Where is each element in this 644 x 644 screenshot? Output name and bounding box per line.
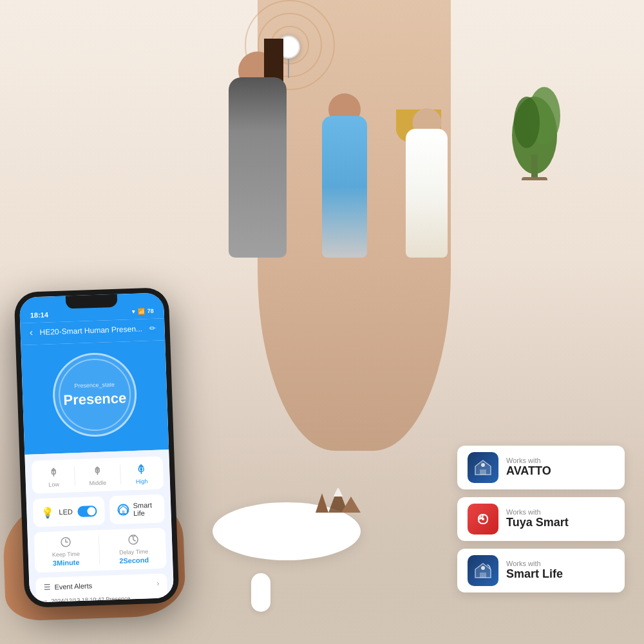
- svg-rect-14: [122, 511, 125, 514]
- presence-ring: Presence_state Presence: [52, 352, 138, 438]
- alert-menu-icon: ☰: [43, 583, 50, 592]
- alert-item-1: 2024/12/07 18:20:52 Presence: [44, 602, 160, 603]
- person-girl: [406, 129, 448, 258]
- avatto-brand: AVATTO: [506, 464, 551, 478]
- svg-rect-7: [531, 155, 538, 180]
- avatto-badge-text: Works with AVATTO: [506, 457, 551, 478]
- table-leg: [251, 573, 270, 612]
- phone-container: 18:14 ▾ 📶 78 ‹ HE20-Smart Human Presen..…: [14, 287, 180, 608]
- time-divider: [99, 535, 100, 564]
- alert-title: Event Alerts: [54, 582, 92, 591]
- alert-dot-0: [44, 600, 47, 602]
- sensitivity-low[interactable]: Low: [46, 465, 61, 488]
- alert-chevron-icon[interactable]: ›: [156, 579, 159, 588]
- sens-divider-2: [120, 464, 121, 484]
- led-icon: 💡: [41, 506, 54, 519]
- svg-point-6: [514, 97, 540, 148]
- svg-marker-3: [334, 487, 343, 497]
- person-mother: [229, 77, 287, 258]
- edit-button[interactable]: ✏: [149, 324, 155, 333]
- presence-state-label: Presence_state: [74, 381, 115, 389]
- phone-screen: 18:14 ▾ 📶 78 ‹ HE20-Smart Human Presen..…: [19, 292, 174, 603]
- tuya-works-with: Works with: [506, 508, 569, 516]
- time-row: Keep Time 3Minute Delay Time 2Second: [34, 527, 167, 573]
- alert-item-0: 2024/12/13 18:10:42 Presence: [44, 593, 160, 603]
- delay-time-icon: [128, 534, 140, 548]
- delay-time-label: Delay Time: [119, 548, 148, 556]
- smartlife-brand: Smart Life: [506, 567, 563, 582]
- tuya-icon-wrap: [468, 504, 498, 535]
- sensitivity-high[interactable]: High: [134, 462, 149, 485]
- delay-time-item[interactable]: Delay Time 2Second: [118, 533, 149, 565]
- svg-point-13: [140, 468, 142, 471]
- status-icons: ▾ 📶 78: [131, 308, 153, 315]
- smart-life-label: Smart Life: [133, 501, 156, 517]
- smart-life-card[interactable]: Smart Life: [109, 494, 165, 524]
- event-alerts: ☰ Event Alerts › 2024/12/13 18:10:42 Pre…: [35, 573, 169, 602]
- alert-text-0: 2024/12/13 18:10:42 Presence: [51, 595, 130, 602]
- led-card: 💡 LED: [33, 497, 106, 527]
- app-content: Low Middle High: [24, 450, 174, 603]
- badge-tuya: Works with Tuya Smart: [457, 497, 625, 541]
- phone-notch: [66, 294, 118, 309]
- badge-avatto: Works with AVATTO: [457, 446, 625, 489]
- delay-time-value: 2Second: [119, 556, 149, 565]
- sens-divider-1: [74, 466, 75, 486]
- keep-time-icon: [59, 536, 71, 550]
- sensitivity-high-label: High: [136, 478, 148, 485]
- person-boy: [322, 116, 367, 258]
- back-button[interactable]: ‹: [29, 327, 33, 338]
- alert-header: ☰ Event Alerts ›: [43, 579, 159, 592]
- phone-time: 18:14: [30, 310, 49, 319]
- presence-section: Presence_state Presence: [21, 340, 169, 455]
- smartlife-badge-text: Works with Smart Life: [506, 560, 563, 582]
- svg-point-11: [97, 469, 99, 471]
- keep-time-value: 3Minute: [53, 558, 80, 567]
- tuya-brand: Tuya Smart: [506, 516, 569, 530]
- alert-title-row: ☰ Event Alerts: [43, 581, 92, 592]
- sensitivity-high-icon: [134, 462, 149, 477]
- sensitivity-middle[interactable]: Middle: [89, 464, 107, 487]
- svg-rect-8: [522, 177, 547, 180]
- keep-time-label: Keep Time: [52, 551, 80, 558]
- battery-percent: 78: [147, 308, 153, 314]
- svg-point-18: [482, 518, 484, 520]
- sensor-wire: [288, 59, 289, 78]
- phone-outer: 18:14 ▾ 📶 78 ‹ HE20-Smart Human Presen..…: [14, 287, 180, 608]
- plant: [502, 52, 567, 183]
- led-label: LED: [59, 507, 73, 516]
- sensitivity-middle-label: Middle: [89, 480, 106, 487]
- girl-body: [406, 129, 448, 258]
- avatto-works-with: Works with: [506, 457, 551, 464]
- svg-point-17: [481, 463, 485, 467]
- badges-container: Works with AVATTO Works with Tuya Smart: [457, 446, 625, 592]
- led-toggle[interactable]: [78, 506, 98, 517]
- controls-row: 💡 LED Smart Life: [33, 494, 165, 527]
- sensitivity-row: Low Middle High: [32, 456, 164, 493]
- mother-body: [229, 77, 287, 258]
- smart-life-icon: [117, 504, 129, 516]
- sensitivity-low-icon: [46, 465, 61, 480]
- presence-text: Presence: [63, 390, 127, 408]
- keep-time-item[interactable]: Keep Time 3Minute: [52, 536, 80, 567]
- avatto-icon-wrap: [468, 452, 498, 483]
- svg-point-19: [481, 566, 485, 570]
- svg-marker-0: [316, 493, 328, 513]
- badge-smartlife: Works with Smart Life: [457, 549, 625, 592]
- battery-icon: 📶: [137, 308, 144, 314]
- app-title: HE20-Smart Human Presen...: [33, 324, 149, 337]
- sensitivity-low-label: Low: [48, 481, 59, 488]
- smartlife-works-with: Works with: [506, 560, 563, 567]
- boy-body: [322, 116, 367, 258]
- sensitivity-middle-icon: [90, 464, 105, 478]
- tuya-badge-text: Works with Tuya Smart: [506, 508, 569, 530]
- toy-mountains: [316, 474, 367, 515]
- smartlife-icon-wrap: [468, 555, 498, 586]
- wifi-icon: ▾: [131, 308, 135, 315]
